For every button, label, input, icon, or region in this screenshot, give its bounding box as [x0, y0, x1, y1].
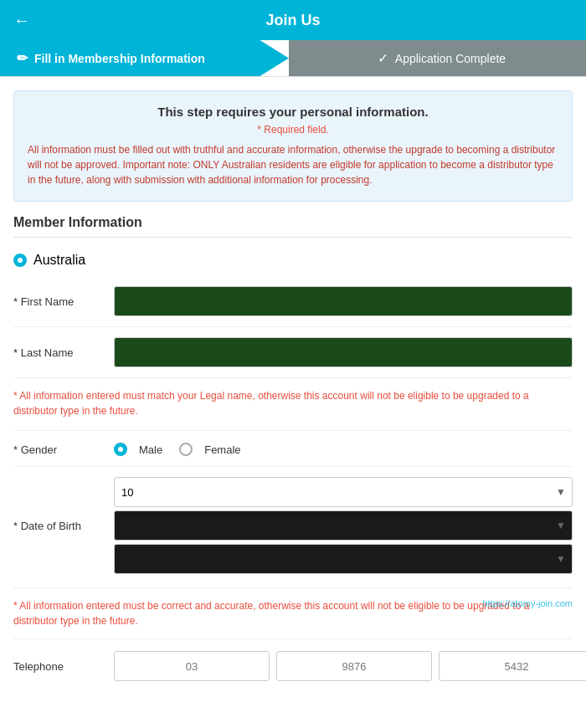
gender-female-radio[interactable]	[179, 443, 193, 456]
dob-year-row: ▼	[13, 544, 573, 574]
gender-male-radio[interactable]	[114, 443, 127, 456]
dob-month-wrapper: ▼	[114, 510, 573, 541]
telephone-label: Telephone	[13, 660, 114, 673]
accurate-notice: https://atomy-join.com * All information…	[13, 598, 573, 639]
last-name-label: * Last Name	[13, 346, 114, 359]
last-name-row: * Last Name	[13, 337, 573, 378]
gender-label: * Gender	[13, 443, 114, 456]
step-app-complete-label: Application Complete	[395, 52, 506, 65]
first-name-input[interactable]	[114, 286, 573, 316]
legal-name-notice: * All information entered must match you…	[13, 388, 573, 431]
dob-day-wrapper: 10 ▼	[114, 477, 573, 507]
gender-female-option[interactable]: Female	[179, 443, 240, 456]
step-fill-info[interactable]: ✏ Fill in Membership Information	[0, 40, 289, 76]
telephone-number-input[interactable]	[439, 651, 586, 681]
dob-month-select[interactable]	[114, 510, 573, 541]
step-app-complete: ✓ Application Complete	[289, 40, 586, 76]
watermark-text: https://atomy-join.com	[482, 598, 573, 608]
dob-month-row: * Date of Birth ▼	[13, 510, 573, 541]
step-fill-info-label: Fill in Membership Information	[34, 52, 205, 65]
dob-label: * Date of Birth	[13, 520, 114, 532]
gender-male-label: Male	[139, 443, 162, 456]
check-icon: ✓	[378, 50, 388, 66]
first-name-label: * First Name	[13, 295, 114, 308]
gender-female-label: Female	[204, 443, 240, 456]
dob-day-select[interactable]: 10	[114, 477, 573, 507]
dob-year-select[interactable]	[114, 544, 573, 574]
telephone-area-input[interactable]	[114, 651, 270, 681]
edit-icon: ✏	[17, 50, 28, 66]
back-button[interactable]: ←	[13, 11, 30, 30]
required-field-label: * Required field.	[28, 124, 558, 136]
gender-options: Male Female	[114, 443, 241, 456]
country-radio-selected[interactable]	[13, 254, 27, 267]
info-box: This step requires your personal informa…	[13, 90, 573, 202]
info-box-title: This step requires your personal informa…	[28, 105, 558, 119]
page-title: Join Us	[265, 12, 320, 29]
info-box-body: All information must be filled out with …	[28, 142, 558, 187]
steps-bar: ✏ Fill in Membership Information ✓ Appli…	[0, 40, 586, 77]
telephone-inputs	[114, 651, 586, 681]
telephone-row: Telephone	[13, 651, 573, 681]
first-name-row: * First Name	[13, 286, 573, 327]
page-header: ← Join Us	[0, 0, 586, 40]
section-title: Member Information	[13, 215, 573, 238]
member-info-section: Member Information Australia * First Nam…	[0, 215, 586, 681]
country-row[interactable]: Australia	[13, 248, 573, 273]
dob-year-wrapper: ▼	[114, 544, 573, 574]
gender-row: * Gender Male Female	[13, 443, 573, 467]
dob-day-row: 10 ▼	[13, 477, 573, 507]
country-label: Australia	[33, 253, 85, 268]
dob-section: 10 ▼ * Date of Birth ▼ ▼	[13, 477, 573, 588]
last-name-input[interactable]	[114, 337, 573, 367]
telephone-prefix-input[interactable]	[276, 651, 432, 681]
gender-male-option[interactable]: Male	[114, 443, 162, 456]
